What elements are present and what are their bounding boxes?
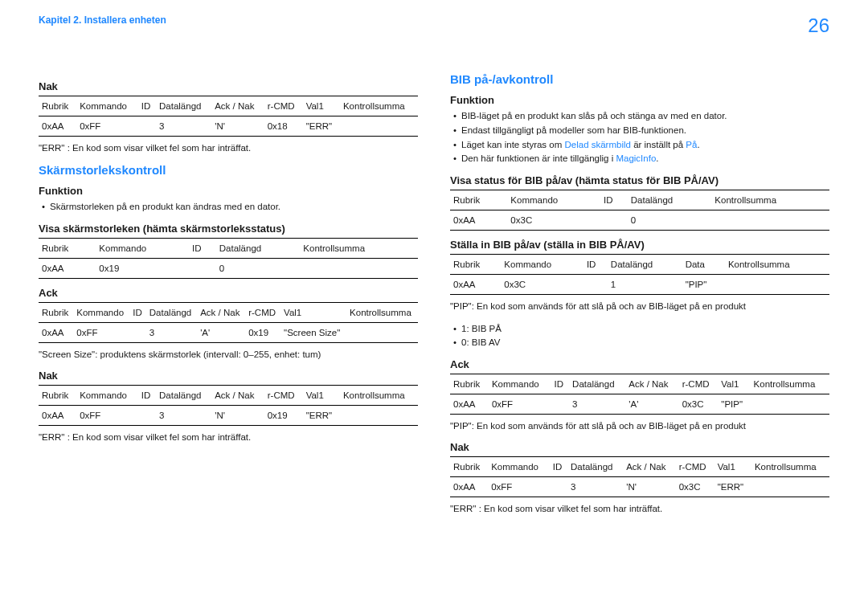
table-cell: r-CMD bbox=[676, 457, 714, 477]
table-cell: 0xAA bbox=[450, 477, 488, 497]
right-ack-table: RubrikKommandoIDDatalängdAck / Nakr-CMDV… bbox=[450, 374, 829, 415]
table-cell: ID bbox=[138, 386, 156, 406]
table-cell: 0xFF bbox=[76, 116, 138, 137]
table-cell: ID bbox=[189, 239, 216, 259]
table-cell bbox=[600, 210, 628, 231]
table-cell: Kontrollsumma bbox=[711, 190, 829, 210]
left-visa-table: RubrikKommandoIDDatalängdKontrollsumma 0… bbox=[39, 238, 418, 279]
table-cell: Datalängd bbox=[156, 96, 211, 116]
table-cell: 0xFF bbox=[488, 477, 550, 497]
table-cell: Kontrollsumma bbox=[751, 374, 829, 394]
table-cell: Val1 bbox=[303, 96, 340, 116]
table-cell: r-CMD bbox=[245, 303, 280, 323]
table-cell: ID bbox=[550, 457, 567, 477]
table-cell: Kommando bbox=[488, 457, 550, 477]
table-cell: 0xAA bbox=[39, 323, 73, 343]
table-cell bbox=[711, 210, 829, 231]
left-nak2-title: Nak bbox=[39, 370, 418, 382]
table-cell: Kontrollsumma bbox=[340, 386, 418, 406]
table-cell: 0 bbox=[216, 259, 301, 279]
right-nak-table: RubrikKommandoIDDatalängdAck / Nakr-CMDV… bbox=[450, 456, 829, 497]
table-cell: Kommando bbox=[73, 303, 129, 323]
table-cell: Datalängd bbox=[628, 190, 712, 210]
table-cell: ID bbox=[551, 374, 569, 394]
table-cell: ID bbox=[583, 255, 608, 275]
table-cell: 3 bbox=[567, 477, 623, 497]
table-cell bbox=[725, 275, 829, 295]
table-cell bbox=[550, 477, 567, 497]
table-cell: Val1 bbox=[303, 386, 340, 406]
right-nak-title: Nak bbox=[450, 441, 829, 453]
right-stalla-title: Ställa in BIB på/av (ställa in BIB PÅ/AV… bbox=[450, 239, 829, 251]
table-cell: 'A' bbox=[197, 323, 245, 343]
bullet: BIB-läget på en produkt kan slås på och … bbox=[453, 109, 829, 124]
right-ack-note: "PIP": En kod som används för att slå på… bbox=[450, 419, 829, 433]
table-cell bbox=[751, 477, 829, 497]
left-ack-table: RubrikKommandoIDDatalängdAck / Nakr-CMDV… bbox=[39, 302, 418, 343]
table-cell: "Screen Size" bbox=[280, 323, 346, 343]
table-cell: 3 bbox=[156, 406, 211, 426]
table-cell: Kontrollsumma bbox=[346, 303, 418, 323]
table-cell bbox=[340, 406, 418, 426]
right-funktion-title: Funktion bbox=[450, 94, 829, 106]
table-cell bbox=[129, 323, 145, 343]
table-cell: Kontrollsumma bbox=[300, 239, 418, 259]
table-cell: 'A' bbox=[625, 394, 678, 415]
table-cell: Ack / Nak bbox=[211, 386, 264, 406]
table-cell: Rubrik bbox=[39, 386, 76, 406]
table-cell: 0x3C bbox=[507, 210, 600, 231]
left-nak1-title: Nak bbox=[39, 80, 418, 92]
bullet: Den här funktionen är inte tillgänglig i… bbox=[453, 152, 829, 166]
table-cell: Ack / Nak bbox=[625, 374, 678, 394]
table-cell: "ERR" bbox=[303, 116, 340, 137]
table-cell: 1 bbox=[608, 275, 682, 295]
table-cell: 0xAA bbox=[39, 406, 76, 426]
right-funktion-bullets: BIB-läget på en produkt kan slås på och … bbox=[450, 109, 829, 166]
table-cell: r-CMD bbox=[679, 374, 719, 394]
table-cell: 0xAA bbox=[39, 259, 96, 279]
table-cell: Kommando bbox=[76, 96, 138, 116]
breadcrumb: Kapitel 2. Installera enheten bbox=[39, 14, 166, 26]
table-cell: Kommando bbox=[96, 239, 189, 259]
table-cell: 0xFF bbox=[76, 406, 138, 426]
link-magicinfo[interactable]: MagicInfo bbox=[616, 153, 656, 163]
left-funktion-bullets: Skärmstorleken på en produkt kan ändras … bbox=[39, 200, 418, 215]
table-cell bbox=[551, 394, 569, 415]
table-cell: Kommando bbox=[76, 386, 138, 406]
right-visa-title: Visa status för BIB på/av (hämta status … bbox=[450, 174, 829, 186]
bullet: Läget kan inte styras om Delad skärmbild… bbox=[453, 138, 829, 153]
table-cell bbox=[340, 116, 418, 137]
table-cell: Kommando bbox=[507, 190, 600, 210]
table-cell bbox=[138, 406, 156, 426]
table-cell: Kommando bbox=[501, 255, 583, 275]
table-cell: 0x19 bbox=[245, 323, 280, 343]
table-cell: 0xAA bbox=[450, 275, 501, 295]
table-cell: Kontrollsumma bbox=[751, 457, 829, 477]
table-cell: Datalängd bbox=[608, 255, 682, 275]
page-header: Kapitel 2. Installera enheten 26 bbox=[39, 14, 829, 37]
left-funktion-title: Funktion bbox=[39, 185, 418, 197]
table-cell: 0x3C bbox=[679, 394, 719, 415]
list-item: 0: BIB AV bbox=[453, 336, 829, 350]
table-cell bbox=[138, 116, 156, 137]
right-stalla-note: "PIP": En kod som används för att slå på… bbox=[450, 300, 829, 313]
table-cell: r-CMD bbox=[264, 386, 303, 406]
content: Nak RubrikKommandoIDDatalängdAck / Nakr-… bbox=[39, 72, 829, 525]
table-cell: Ack / Nak bbox=[197, 303, 245, 323]
left-section-title: Skärmstorlekskontroll bbox=[39, 163, 418, 177]
table-cell: Datalängd bbox=[567, 457, 623, 477]
table-cell: Rubrik bbox=[450, 255, 501, 275]
table-cell: ID bbox=[129, 303, 145, 323]
right-ack-title: Ack bbox=[450, 358, 829, 370]
page-number: 26 bbox=[808, 14, 829, 37]
table-cell bbox=[346, 323, 418, 343]
right-stalla-table: RubrikKommandoIDDatalängdDataKontrollsum… bbox=[450, 254, 829, 295]
link-delad[interactable]: Delad skärmbild bbox=[564, 140, 630, 149]
table-cell: 0xFF bbox=[489, 394, 551, 415]
table-cell: Datalängd bbox=[569, 374, 625, 394]
table-cell: "PIP" bbox=[718, 394, 750, 415]
list-item: Skärmstorleken på en produkt kan ändras … bbox=[42, 200, 418, 215]
table-cell: Val1 bbox=[714, 457, 751, 477]
table-cell: Data bbox=[682, 255, 725, 275]
link-pa[interactable]: På bbox=[686, 140, 697, 149]
